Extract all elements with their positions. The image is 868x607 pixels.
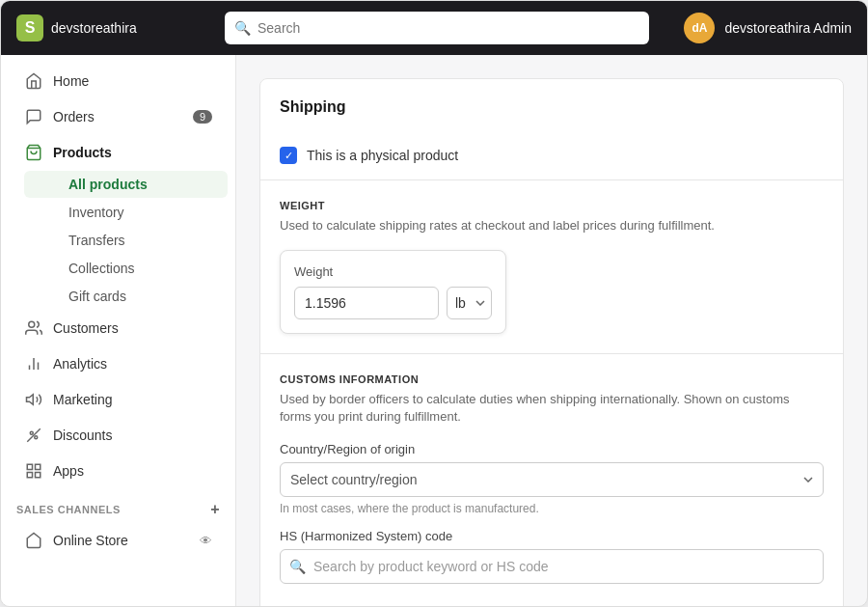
sidebar-item-home[interactable]: Home (9, 64, 228, 98)
sidebar-item-marketing[interactable]: Marketing (9, 382, 228, 417)
sub-nav-inventory[interactable]: Inventory (24, 199, 228, 226)
svg-rect-10 (36, 464, 41, 469)
avatar[interactable]: dA (684, 13, 715, 43)
main-layout: Home Orders 9 Products All products Inv (1, 55, 867, 606)
customs-desc: Used by border officers to calculate dut… (280, 391, 824, 426)
home-label: Home (53, 73, 89, 89)
svg-point-6 (30, 431, 33, 434)
sub-nav-collections[interactable]: Collections (24, 255, 228, 282)
eye-icon: 👁 (200, 534, 212, 548)
physical-product-checkbox[interactable]: ✓ (280, 147, 297, 164)
analytics-icon (24, 354, 43, 373)
weight-section-desc: Used to calculate shipping rates at chec… (280, 217, 824, 235)
svg-marker-5 (27, 395, 34, 405)
svg-rect-9 (27, 464, 32, 469)
sub-nav-gift-cards[interactable]: Gift cards (24, 283, 228, 310)
customers-icon (24, 318, 43, 338)
discounts-label: Discounts (53, 428, 112, 443)
weight-label: Weight (294, 264, 492, 279)
sidebar-item-apps[interactable]: Apps (9, 454, 228, 488)
shopify-logo-icon: S (16, 14, 43, 41)
weight-input-row: lb kg oz g (294, 287, 492, 319)
search-input[interactable] (225, 12, 649, 44)
svg-rect-12 (36, 473, 41, 478)
admin-name: devstoreathira Admin (724, 20, 852, 36)
hs-search: 🔍 (280, 549, 824, 584)
sidebar-item-analytics[interactable]: Analytics (9, 346, 228, 381)
products-icon (24, 143, 43, 162)
brand-name: devstoreathira (51, 20, 137, 36)
search-icon: 🔍 (234, 20, 251, 36)
sub-nav-all-products[interactable]: All products (24, 171, 228, 198)
customs-section: CUSTOMS INFORMATION Used by border offic… (260, 353, 843, 606)
add-sales-channel-button[interactable]: + (210, 501, 220, 518)
shipping-card: Shipping ✓ This is a physical product WE… (259, 78, 844, 606)
marketing-icon (24, 390, 43, 409)
weight-section-title: WEIGHT (280, 200, 824, 211)
orders-icon (24, 107, 43, 126)
customers-label: Customers (53, 320, 119, 336)
marketing-label: Marketing (53, 392, 112, 407)
country-field: Country/Region of origin Select country/… (280, 442, 824, 515)
orders-badge: 9 (193, 110, 212, 124)
svg-point-1 (29, 321, 35, 327)
apps-icon (24, 461, 43, 481)
svg-rect-11 (27, 473, 32, 478)
online-store-label: Online Store (53, 533, 128, 548)
products-label: Products (53, 145, 112, 160)
weight-card: Weight lb kg oz g (280, 250, 506, 334)
weight-unit-select[interactable]: lb kg oz g (447, 287, 492, 319)
country-hint: In most cases, where the product is manu… (280, 502, 824, 515)
sidebar-item-products[interactable]: Products (9, 135, 228, 170)
customs-title: CUSTOMS INFORMATION (280, 373, 824, 385)
hs-search-icon: 🔍 (289, 559, 306, 574)
svg-point-7 (35, 436, 38, 439)
weight-section: WEIGHT Used to calculate shipping rates … (260, 180, 843, 353)
sidebar-item-customers[interactable]: Customers (9, 311, 228, 345)
sidebar: Home Orders 9 Products All products Inv (1, 55, 236, 606)
physical-product-row: ✓ This is a physical product (260, 131, 843, 180)
top-bar: S devstoreathira 🔍 dA devstoreathira Adm… (1, 1, 867, 55)
products-sub-nav: All products Inventory Transfers Collect… (1, 171, 235, 310)
home-icon (24, 71, 43, 91)
discounts-icon (24, 426, 43, 445)
top-right: dA devstoreathira Admin (684, 13, 852, 43)
sub-nav-transfers[interactable]: Transfers (24, 227, 228, 254)
hs-code-field: HS (Harmonized System) code 🔍 (280, 529, 824, 584)
sales-channels-section: SALES CHANNELS + (1, 489, 235, 522)
content-area: Shipping ✓ This is a physical product WE… (236, 55, 867, 606)
weight-input[interactable] (294, 287, 439, 319)
country-label: Country/Region of origin (280, 442, 824, 456)
sidebar-item-online-store[interactable]: Online Store 👁 (9, 523, 228, 558)
sidebar-item-orders[interactable]: Orders 9 (9, 99, 228, 134)
physical-product-label: This is a physical product (307, 148, 458, 163)
country-select[interactable]: Select country/region (280, 462, 824, 497)
shipping-title: Shipping (260, 79, 843, 131)
online-store-icon (24, 531, 43, 550)
orders-label: Orders (53, 109, 95, 124)
sidebar-item-discounts[interactable]: Discounts (9, 418, 228, 453)
hs-code-label: HS (Harmonized System) code (280, 529, 824, 543)
search-bar: 🔍 (225, 12, 649, 44)
hs-code-input[interactable] (280, 549, 824, 584)
svg-line-8 (27, 428, 41, 442)
apps-label: Apps (53, 463, 84, 479)
checkmark-icon: ✓ (285, 151, 293, 161)
analytics-label: Analytics (53, 356, 107, 372)
brand: S devstoreathira (16, 14, 209, 41)
